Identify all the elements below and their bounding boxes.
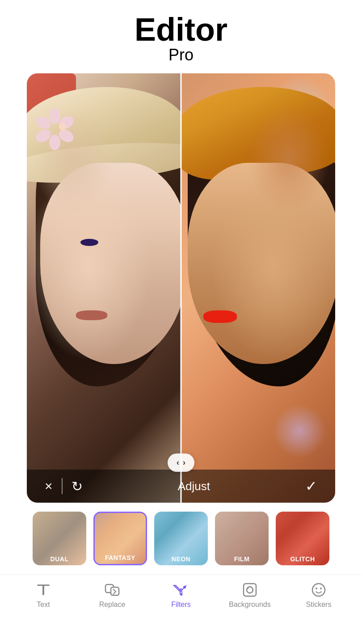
replace-icon <box>104 582 120 598</box>
nav-item-filters[interactable]: Filters <box>159 582 203 609</box>
nav-item-replace[interactable]: Replace <box>90 582 135 609</box>
nav-label-text: Text <box>37 601 50 609</box>
svg-rect-6 <box>244 584 256 596</box>
svg-rect-1 <box>42 585 44 595</box>
undo-button[interactable]: ↻ <box>72 479 83 494</box>
compare-left-arrow: ‹ <box>177 458 179 467</box>
nav-label-filters: Filters <box>171 601 191 609</box>
filter-label-neon: NEON <box>154 553 208 565</box>
image-left-panel <box>27 73 181 503</box>
compare-handle[interactable]: ‹ › <box>168 453 194 472</box>
nav-label-stickers: Stickers <box>306 601 332 609</box>
filter-thumb-film: FILM <box>215 512 269 565</box>
filter-thumb-glitch: GLITCH <box>276 512 329 565</box>
nav-item-backgrounds[interactable]: Backgrounds <box>227 582 272 609</box>
image-right-panel <box>181 73 335 503</box>
flower-decoration <box>49 114 76 140</box>
filter-label-dual: DUAL <box>33 553 86 565</box>
filter-item-neon[interactable]: NEON <box>154 512 208 565</box>
app-header: Editor Pro <box>0 0 362 73</box>
filter-label-glitch: GLITCH <box>276 553 329 565</box>
filter-item-dual[interactable]: DUAL <box>33 512 86 565</box>
app-title: Editor <box>0 13 362 46</box>
svg-point-10 <box>316 588 317 589</box>
image-editor[interactable]: ‹ › × ↻ Adjust ✓ <box>27 73 335 503</box>
close-button[interactable]: × <box>45 479 53 494</box>
svg-point-11 <box>320 588 322 589</box>
adjust-label: Adjust <box>178 479 210 493</box>
filter-item-fantasy[interactable]: FANTASY <box>93 512 147 565</box>
filter-thumb-dual: DUAL <box>33 512 86 565</box>
toolbar-separator <box>62 478 63 494</box>
compare-right-arrow: › <box>183 458 185 467</box>
nav-label-replace: Replace <box>99 601 126 609</box>
filters-icon <box>173 582 189 598</box>
svg-point-4 <box>183 586 186 589</box>
stickers-icon <box>311 582 327 598</box>
compare-divider <box>181 73 182 503</box>
nav-item-stickers[interactable]: Stickers <box>296 582 341 609</box>
svg-point-8 <box>248 588 249 589</box>
filter-thumb-neon: NEON <box>154 512 208 565</box>
text-icon <box>35 582 51 598</box>
filter-label-film: FILM <box>215 553 269 565</box>
filter-item-film[interactable]: FILM <box>215 512 269 565</box>
confirm-button[interactable]: ✓ <box>305 478 317 495</box>
backgrounds-icon <box>242 582 258 598</box>
bottom-nav: Text Replace Filters Backgrounds <box>0 574 362 618</box>
filter-thumb-fantasy: FANTASY <box>93 512 147 565</box>
svg-point-5 <box>180 593 182 595</box>
filter-label-fantasy: FANTASY <box>95 551 146 564</box>
svg-point-9 <box>312 584 325 596</box>
toolbar-left-group: × ↻ <box>45 478 83 494</box>
app-subtitle: Pro <box>0 46 362 64</box>
nav-label-backgrounds: Backgrounds <box>229 601 270 609</box>
filter-item-glitch[interactable]: GLITCH <box>276 512 329 565</box>
filter-row: DUAL FANTASY NEON FILM GLITCH <box>0 503 362 574</box>
nav-item-text[interactable]: Text <box>21 582 66 609</box>
